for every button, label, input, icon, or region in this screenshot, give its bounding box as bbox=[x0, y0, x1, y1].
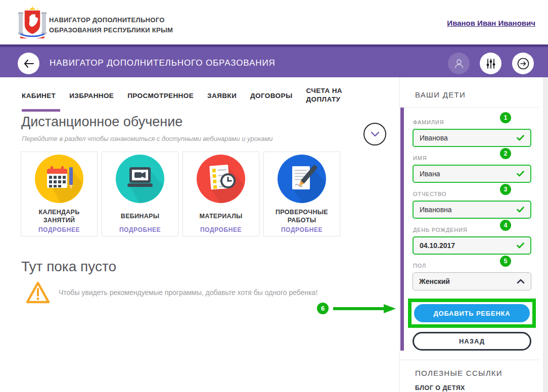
warning-icon bbox=[25, 281, 51, 305]
annotation-arrow-icon bbox=[333, 304, 396, 313]
lastname-input[interactable]: Иванова bbox=[413, 129, 531, 147]
chevron-up-icon bbox=[517, 279, 525, 284]
annotation-step-3: 3 bbox=[500, 184, 511, 195]
gender-label: ПОЛ bbox=[413, 263, 531, 269]
settings-button[interactable] bbox=[480, 53, 501, 74]
top-header: НАВИГАТОР ДОПОЛНИТЕЛЬНОГО ОБРАЗОВАНИЯ РЕ… bbox=[0, 0, 548, 44]
card-title: МАТЕРИАЛЫ bbox=[197, 207, 246, 225]
card-title: ПРОВЕРОЧНЫЕ РАБОТЫ bbox=[264, 207, 340, 225]
tab-bar: КАБИНЕТ ИЗБРАННОЕ ПРОСМОТРЕННОЕ ЗАЯВКИ Д… bbox=[22, 83, 354, 108]
card-materials[interactable]: МАТЕРИАЛЫ ПОДРОБНЕЕ bbox=[182, 152, 259, 236]
tab-zayavki[interactable]: ЗАЯВКИ bbox=[207, 92, 237, 100]
field-middlename: 3 ОТЧЕСТВО Ивановна bbox=[413, 191, 531, 219]
back-form-button[interactable]: НАЗАД bbox=[413, 332, 531, 351]
annotation-step-4: 4 bbox=[500, 220, 511, 231]
sidebar-title: ВАШИ ДЕТИ bbox=[415, 90, 466, 99]
site-title: НАВИГАТОР ДОПОЛНИТЕЛЬНОГО ОБРАЗОВАНИЯ РЕ… bbox=[49, 15, 173, 35]
calendar-icon bbox=[35, 155, 83, 203]
active-tab-indicator bbox=[22, 109, 60, 112]
check-icon bbox=[517, 242, 524, 249]
annotation-step-2: 2 bbox=[500, 148, 511, 159]
chevron-down-icon bbox=[370, 131, 380, 137]
card-title: ВЕБИНАРЫ bbox=[118, 207, 162, 225]
card-webinars[interactable]: ВЕБИНАРЫ ПОДРОБНЕЕ bbox=[102, 152, 178, 236]
children-sidebar: ВАШИ ДЕТИ 1 ФАМИЛИЯ Иванова 2 ИМЯ Ивана bbox=[399, 77, 543, 392]
user-profile-link[interactable]: Иванов Иван Иванович bbox=[447, 19, 535, 27]
collapse-section-button[interactable] bbox=[363, 123, 386, 145]
field-firstname: 2 ИМЯ Ивана bbox=[413, 155, 531, 183]
test-paper-pencil-icon bbox=[278, 155, 326, 203]
section-title: Дистанционное обучение bbox=[21, 114, 182, 130]
sliders-icon bbox=[485, 58, 496, 69]
materials-clock-icon bbox=[197, 155, 245, 203]
field-gender: 5 ПОЛ Женский bbox=[413, 263, 531, 290]
tab-dogovory[interactable]: ДОГОВОРЫ bbox=[250, 92, 292, 100]
person-icon bbox=[453, 58, 465, 69]
card-more-link[interactable]: ПОДРОБНЕЕ bbox=[281, 226, 323, 233]
distance-learning-cards: КАЛЕНДАРЬ ЗАНЯТИЙ ПОДРОБНЕЕ ВЕБИНАРЫ ПОД… bbox=[21, 152, 340, 236]
check-icon bbox=[517, 207, 524, 213]
annotation-step-6: 6 bbox=[317, 303, 329, 314]
card-more-link[interactable]: ПОДРОБНЕЕ bbox=[200, 226, 242, 233]
annotation-step-1: 1 bbox=[500, 112, 511, 123]
annotation-step-5: 5 bbox=[500, 256, 511, 267]
navbar: НАВИГАТОР ДОПОЛНИТЕЛЬНОГО ОБРАЗОВАНИЯ bbox=[0, 44, 548, 77]
card-more-link[interactable]: ПОДРОБНЕЕ bbox=[119, 226, 161, 233]
card-calendar[interactable]: КАЛЕНДАРЬ ЗАНЯТИЙ ПОДРОБНЕЕ bbox=[21, 152, 98, 236]
logout-button[interactable] bbox=[512, 53, 534, 74]
profile-button[interactable] bbox=[448, 53, 470, 74]
arrow-left-icon bbox=[24, 60, 34, 68]
add-child-button[interactable]: ДОБАВИТЬ РЕБЕНКА bbox=[414, 304, 530, 322]
card-title: КАЛЕНДАРЬ ЗАНЯТИЙ bbox=[21, 207, 97, 225]
field-lastname: 1 ФАМИЛИЯ Иванова bbox=[413, 119, 531, 147]
tab-prosmotrennoe[interactable]: ПРОСМОТРЕННОЕ bbox=[127, 92, 194, 100]
firstname-label: ИМЯ bbox=[413, 155, 531, 161]
gender-select[interactable]: Женский bbox=[413, 272, 531, 290]
add-child-form: 1 ФАМИЛИЯ Иванова 2 ИМЯ Ивана 3 ОТЧЕСТВО bbox=[400, 108, 535, 351]
empty-state-message: Чтобы увидеть рекомендуемые программы, д… bbox=[59, 288, 352, 297]
back-button[interactable] bbox=[18, 53, 39, 74]
tab-scheta[interactable]: СЧЕТА НА ДОПЛАТУ bbox=[306, 87, 354, 104]
divider bbox=[400, 360, 539, 360]
check-icon bbox=[517, 135, 524, 141]
lastname-label: ФАМИЛИЯ bbox=[413, 119, 531, 125]
card-tests[interactable]: ПРОВЕРОЧНЫЕ РАБОТЫ ПОДРОБНЕЕ bbox=[263, 152, 340, 236]
firstname-input[interactable]: Ивана bbox=[413, 165, 531, 183]
middlename-label: ОТЧЕСТВО bbox=[413, 191, 531, 197]
birthdate-label: ДЕНЬ РОЖДЕНИЯ bbox=[413, 227, 531, 233]
birthdate-input[interactable]: 04.10.2017 bbox=[413, 236, 531, 255]
field-birthdate: 4 ДЕНЬ РОЖДЕНИЯ 04.10.2017 bbox=[413, 227, 531, 255]
tab-izbrannoe[interactable]: ИЗБРАННОЕ bbox=[69, 92, 114, 100]
webinar-laptop-icon bbox=[116, 155, 164, 203]
check-icon bbox=[517, 171, 524, 177]
card-more-link[interactable]: ПОДРОБНЕЕ bbox=[38, 226, 80, 233]
blog-about-children-link[interactable]: БЛОГ О ДЕТЯХ bbox=[415, 384, 465, 392]
logout-arrow-icon bbox=[517, 57, 530, 70]
section-subtitle: Перейдите в раздел чтобы ознакомиться с … bbox=[22, 135, 273, 142]
middlename-input[interactable]: Ивановна bbox=[413, 201, 531, 219]
crimea-coat-of-arms-logo bbox=[18, 6, 47, 38]
navbar-title: НАВИГАТОР ДОПОЛНИТЕЛЬНОГО ОБРАЗОВАНИЯ bbox=[50, 58, 276, 68]
tab-kabinet[interactable]: КАБИНЕТ bbox=[22, 92, 56, 100]
useful-links-title: ПОЛЕЗНЫЕ ССЫЛКИ bbox=[415, 369, 503, 377]
empty-state-title: Тут пока пусто bbox=[21, 259, 116, 275]
annotation-highlight-box: ДОБАВИТЬ РЕБЕНКА bbox=[408, 299, 536, 328]
scrollbar-track[interactable] bbox=[543, 77, 548, 392]
